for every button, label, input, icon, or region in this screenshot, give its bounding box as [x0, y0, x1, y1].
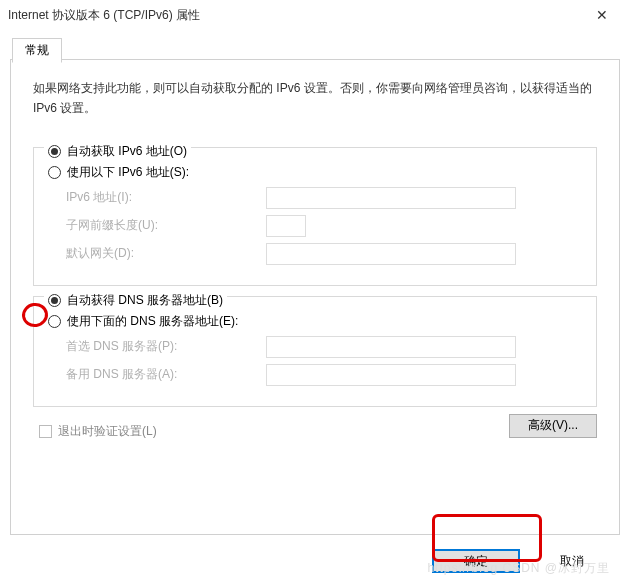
- field-pref-dns: 首选 DNS 服务器(P):: [66, 336, 582, 358]
- field-gateway: 默认网关(D):: [66, 243, 582, 265]
- validate-label: 退出时验证设置(L): [58, 423, 157, 440]
- radio-ip-auto-label: 自动获取 IPv6 地址(O): [67, 143, 187, 160]
- prefix-input[interactable]: [266, 215, 306, 237]
- field-prefix: 子网前缀长度(U):: [66, 215, 582, 237]
- ipv6-address-label: IPv6 地址(I):: [66, 189, 266, 206]
- field-alt-dns: 备用 DNS 服务器(A):: [66, 364, 582, 386]
- ipv6-address-input[interactable]: [266, 187, 516, 209]
- cancel-button[interactable]: 取消: [528, 549, 616, 573]
- window-title: Internet 协议版本 6 (TCP/IPv6) 属性: [8, 7, 582, 24]
- dialog-footer: 确定 取消: [432, 549, 616, 573]
- gateway-input[interactable]: [266, 243, 516, 265]
- ok-button[interactable]: 确定: [432, 549, 520, 573]
- intro-text: 如果网络支持此功能，则可以自动获取分配的 IPv6 设置。否则，你需要向网络管理…: [33, 78, 597, 119]
- pref-dns-label: 首选 DNS 服务器(P):: [66, 338, 266, 355]
- tab-general[interactable]: 常规: [12, 38, 62, 63]
- prefix-label: 子网前缀长度(U):: [66, 217, 266, 234]
- content-area: 常规 如果网络支持此功能，则可以自动获取分配的 IPv6 设置。否则，你需要向网…: [0, 30, 630, 535]
- radio-dns-auto[interactable]: 自动获得 DNS 服务器地址(B): [44, 292, 227, 309]
- tab-strip: 常规: [10, 38, 620, 60]
- alt-dns-input[interactable]: [266, 364, 516, 386]
- radio-ip-manual[interactable]: 使用以下 IPv6 地址(S):: [48, 164, 582, 181]
- radio-dns-manual-label: 使用下面的 DNS 服务器地址(E):: [67, 313, 238, 330]
- alt-dns-label: 备用 DNS 服务器(A):: [66, 366, 266, 383]
- radio-icon: [48, 145, 61, 158]
- tab-panel: 如果网络支持此功能，则可以自动获取分配的 IPv6 设置。否则，你需要向网络管理…: [10, 60, 620, 535]
- radio-ip-auto[interactable]: 自动获取 IPv6 地址(O): [44, 143, 191, 160]
- dns-group: 自动获得 DNS 服务器地址(B) 使用下面的 DNS 服务器地址(E): 首选…: [33, 296, 597, 407]
- radio-dns-manual[interactable]: 使用下面的 DNS 服务器地址(E):: [48, 313, 582, 330]
- field-ipv6-address: IPv6 地址(I):: [66, 187, 582, 209]
- close-icon[interactable]: ✕: [582, 7, 622, 23]
- advanced-button[interactable]: 高级(V)...: [509, 414, 597, 438]
- pref-dns-input[interactable]: [266, 336, 516, 358]
- radio-ip-manual-label: 使用以下 IPv6 地址(S):: [67, 164, 189, 181]
- radio-dns-auto-label: 自动获得 DNS 服务器地址(B): [67, 292, 223, 309]
- titlebar: Internet 协议版本 6 (TCP/IPv6) 属性 ✕: [0, 0, 630, 30]
- radio-icon: [48, 294, 61, 307]
- checkbox-icon: [39, 425, 52, 438]
- radio-icon: [48, 166, 61, 179]
- ip-group: 自动获取 IPv6 地址(O) 使用以下 IPv6 地址(S): IPv6 地址…: [33, 147, 597, 286]
- gateway-label: 默认网关(D):: [66, 245, 266, 262]
- radio-icon: [48, 315, 61, 328]
